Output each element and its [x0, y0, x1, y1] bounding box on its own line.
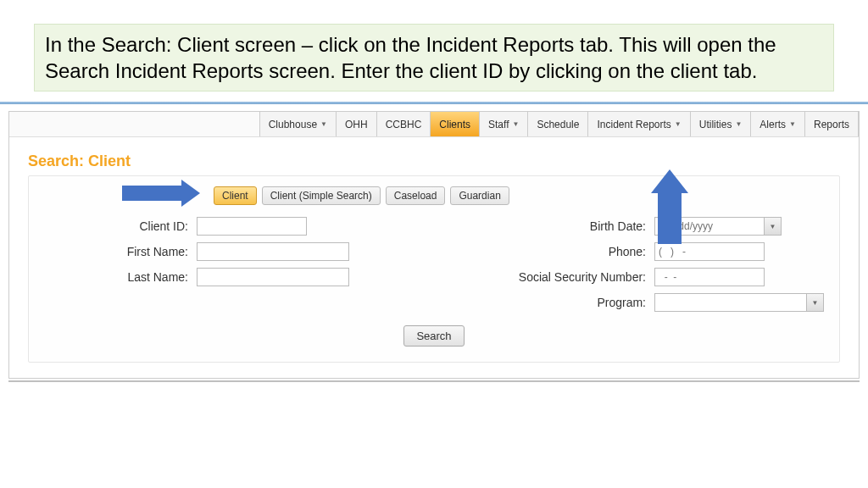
- first-name-input[interactable]: [197, 242, 349, 261]
- last-name-input[interactable]: [197, 268, 349, 286]
- chevron-down-icon: ▼: [789, 120, 796, 128]
- subtab-label: Client: [222, 190, 248, 202]
- page-title: Search: Client: [9, 137, 859, 175]
- label-first-name: First Name:: [44, 245, 197, 258]
- nav-tab-staff[interactable]: Staff ▼: [479, 112, 527, 136]
- program-dropdown-button[interactable]: ▼: [807, 293, 824, 312]
- nav-tab-ccbhc[interactable]: CCBHC: [376, 112, 431, 136]
- phone-input[interactable]: [654, 242, 765, 261]
- nav-tab-clients[interactable]: Clients: [430, 112, 479, 136]
- program-input[interactable]: [654, 293, 807, 312]
- nav-label: Utilities: [699, 119, 732, 130]
- subtab-caseload[interactable]: Caseload: [386, 186, 446, 205]
- search-button-label: Search: [416, 330, 451, 342]
- nav-label: Schedule: [537, 119, 579, 130]
- search-panel: Client Client (Simple Search) Caseload G…: [28, 175, 840, 363]
- subtab-label: Client (Simple Search): [270, 190, 372, 202]
- subtab-bar: Client Client (Simple Search) Caseload G…: [214, 186, 824, 205]
- divider-bottom: [8, 380, 860, 382]
- nav-label: Incident Reports: [597, 119, 670, 130]
- nav-tab-utilities[interactable]: Utilities ▼: [690, 112, 751, 136]
- nav-tab-alerts[interactable]: Alerts ▼: [750, 112, 804, 136]
- ssn-input[interactable]: [654, 268, 765, 286]
- nav-label: Alerts: [760, 119, 786, 130]
- nav-tab-clubhouse[interactable]: Clubhouse ▼: [259, 112, 336, 136]
- arrow-right-icon: [122, 180, 200, 207]
- label-last-name: Last Name:: [44, 270, 197, 284]
- nav-tab-reports[interactable]: Reports: [804, 112, 859, 136]
- subtab-client[interactable]: Client: [214, 186, 257, 205]
- label-birth-date: Birth Date:: [502, 219, 654, 233]
- instruction-panel: In the Search: Client screen – click on …: [34, 24, 834, 92]
- nav-label: Clients: [439, 119, 470, 130]
- label-client-id: Client ID:: [44, 219, 197, 233]
- chevron-down-icon: ▼: [320, 120, 327, 128]
- client-id-input[interactable]: [197, 217, 307, 236]
- subtab-label: Guardian: [459, 190, 500, 202]
- subtab-label: Caseload: [394, 190, 437, 202]
- subtab-client-simple[interactable]: Client (Simple Search): [262, 186, 381, 205]
- instruction-text: In the Search: Client screen – click on …: [45, 33, 776, 82]
- form-grid: Client ID: Birth Date: ▼ First Name: Pho…: [44, 217, 824, 312]
- nav-label: OHH: [345, 119, 368, 130]
- top-nav: Clubhouse ▼ OHH CCBHC Clients Staff ▼ Sc…: [9, 112, 859, 137]
- divider-blue: [0, 102, 868, 104]
- nav-label: Clubhouse: [269, 119, 317, 130]
- nav-tab-incident-reports[interactable]: Incident Reports ▼: [587, 112, 689, 136]
- chevron-down-icon: ▼: [512, 120, 519, 128]
- nav-label: Staff: [488, 119, 509, 130]
- nav-label: CCBHC: [386, 119, 422, 130]
- label-ssn: Social Security Number:: [502, 270, 654, 284]
- app-frame: Clubhouse ▼ OHH CCBHC Clients Staff ▼ Sc…: [8, 111, 860, 379]
- nav-label: Reports: [814, 119, 849, 130]
- subtab-guardian[interactable]: Guardian: [450, 186, 509, 205]
- chevron-down-icon: ▼: [735, 120, 742, 128]
- chevron-down-icon: ▼: [675, 120, 682, 128]
- nav-tab-ohh[interactable]: OHH: [336, 112, 376, 136]
- label-program: Program:: [502, 296, 654, 309]
- arrow-up-icon: [651, 169, 688, 244]
- label-phone: Phone:: [502, 245, 654, 258]
- search-button[interactable]: Search: [403, 325, 464, 347]
- nav-tab-schedule[interactable]: Schedule: [527, 112, 587, 136]
- calendar-dropdown-button[interactable]: ▼: [765, 217, 782, 236]
